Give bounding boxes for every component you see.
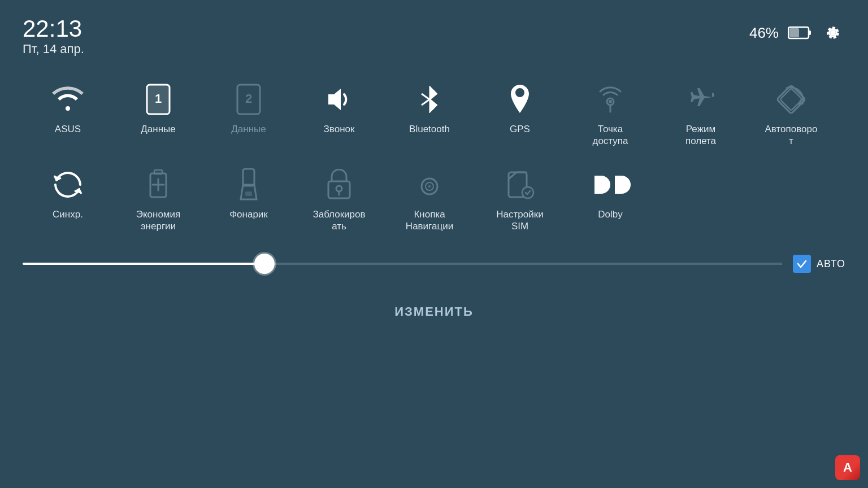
change-btn-row: ИЗМЕНИТЬ <box>0 284 868 328</box>
status-section: 46% <box>749 16 845 45</box>
tile-bluetooth-label: Bluetooth <box>409 123 450 135</box>
tile-wifi-label: ASUS <box>55 123 81 135</box>
battery-percentage: 46% <box>749 24 779 42</box>
nav-icon <box>409 164 450 205</box>
tile-lockscreen-label: Заблокировать <box>313 208 365 233</box>
tile-hotspot[interactable]: Точкадоступа <box>565 73 656 153</box>
hotspot-icon <box>590 79 631 120</box>
change-button[interactable]: ИЗМЕНИТЬ <box>361 295 507 328</box>
tile-gps[interactable]: GPS <box>475 73 565 153</box>
svg-text:1: 1 <box>155 91 162 106</box>
bluetooth-icon <box>409 79 450 120</box>
tile-sim-settings[interactable]: НастройкиSIM <box>475 159 565 238</box>
settings-button[interactable] <box>821 20 845 45</box>
svg-rect-23 <box>245 191 252 196</box>
tile-flashlight[interactable]: Фонарик <box>203 159 294 238</box>
tile-sound[interactable]: Звонок <box>294 73 384 153</box>
brightness-row: АВТО <box>0 243 868 284</box>
tile-data1[interactable]: 1 Данные <box>113 73 203 153</box>
tile-data2[interactable]: 2 Данные <box>203 73 294 153</box>
svg-line-11 <box>422 94 429 99</box>
tile-wifi[interactable]: ASUS <box>23 73 113 153</box>
date: Пт, 14 апр. <box>23 42 84 56</box>
header: 22:13 Пт, 14 апр. 46% <box>0 0 868 68</box>
tile-battery-saver-label: Экономияэнергии <box>136 208 181 233</box>
auto-brightness-checkbox[interactable]: АВТО <box>793 255 845 273</box>
time-section: 22:13 Пт, 14 апр. <box>23 16 84 56</box>
brightness-thumb[interactable] <box>254 254 275 274</box>
svg-point-29 <box>428 185 431 188</box>
gps-icon <box>500 79 540 120</box>
tile-airplane[interactable]: Режимполета <box>656 73 746 153</box>
flashlight-icon <box>228 164 269 205</box>
dolby-icon <box>590 164 631 205</box>
tile-autorotate-label: Автоповорот <box>765 123 818 147</box>
airplane-icon <box>680 79 721 120</box>
battery-saver-icon <box>138 164 179 205</box>
tiles-row-1: ASUS 1 Данные 2 Данные <box>23 73 845 153</box>
brightness-slider[interactable] <box>23 263 782 265</box>
svg-point-3 <box>830 30 836 36</box>
tile-battery-saver[interactable]: Экономияэнергии <box>113 159 203 238</box>
lock-icon <box>319 164 359 205</box>
battery-icon <box>788 25 811 40</box>
svg-text:2: 2 <box>245 91 252 106</box>
tile-hotspot-label: Точкадоступа <box>592 123 628 147</box>
sim2-icon: 2 <box>228 79 269 120</box>
tile-sync-label: Синхр. <box>53 208 83 220</box>
sim1-icon: 1 <box>138 79 179 120</box>
svg-line-12 <box>422 99 429 105</box>
tile-autorotate[interactable]: Автоповорот <box>746 73 836 153</box>
checkbox-icon <box>793 255 811 273</box>
quick-tiles: ASUS 1 Данные 2 Данные <box>0 68 868 238</box>
sim-settings-icon <box>500 164 540 205</box>
tile-dolby[interactable]: Dolby <box>565 159 656 238</box>
tile-flashlight-label: Фонарик <box>229 208 268 220</box>
tile-data2-label: Данные <box>231 123 266 135</box>
tile-bluetooth[interactable]: Bluetooth <box>384 73 475 153</box>
svg-point-14 <box>609 100 612 103</box>
sync-icon <box>47 164 88 205</box>
svg-rect-2 <box>789 28 799 37</box>
tile-gps-label: GPS <box>510 123 530 135</box>
svg-rect-22 <box>243 169 254 186</box>
tiles-row-2: Синхр. Экономияэнергии <box>23 159 845 238</box>
svg-rect-1 <box>809 30 811 35</box>
auto-label: АВТО <box>817 258 845 270</box>
svg-rect-19 <box>154 170 162 174</box>
bottom-app-icon[interactable]: A <box>835 455 860 480</box>
tile-sync[interactable]: Синхр. <box>23 159 113 238</box>
tile-nav-button[interactable]: КнопкаНавигации <box>384 159 475 238</box>
tile-data1-label: Данные <box>141 123 175 135</box>
clock: 22:13 <box>23 16 84 42</box>
svg-marker-10 <box>328 89 341 110</box>
tile-airplane-label: Режимполета <box>685 123 716 147</box>
tile-lockscreen[interactable]: Заблокировать <box>294 159 384 238</box>
tile-dolby-label: Dolby <box>598 208 622 220</box>
tile-nav-label: КнопкаНавигации <box>406 208 453 233</box>
tile-sim-settings-label: НастройкиSIM <box>496 208 543 233</box>
tile-sound-label: Звонок <box>324 123 355 135</box>
wifi-icon <box>47 79 88 120</box>
autorotate-icon <box>771 79 811 120</box>
sound-icon <box>319 79 359 120</box>
